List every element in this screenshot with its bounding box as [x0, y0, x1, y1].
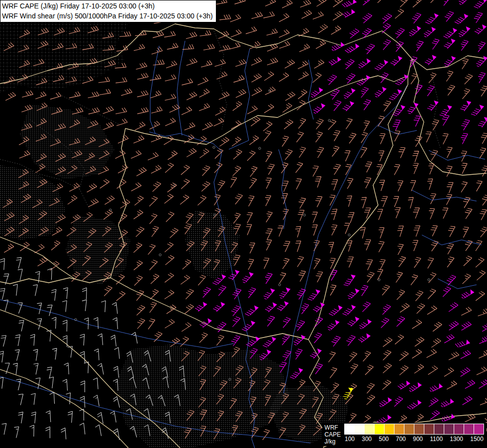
legend-labels: WRF CAPE J/kg: [324, 424, 341, 445]
legend-param-label: CAPE: [324, 431, 341, 438]
legend-swatch: [444, 424, 454, 435]
legend-swatch: [424, 424, 434, 435]
legend-unit-label: J/kg: [324, 438, 335, 445]
legend-swatch: [434, 424, 444, 435]
legend-swatch: [414, 424, 424, 435]
legend-swatch: [404, 424, 414, 435]
legend-tick-labels: 100300500700900110013001500: [344, 436, 484, 443]
legend-swatch: [464, 424, 474, 435]
legend-tick: 1100: [430, 436, 443, 443]
legend-swatches: [344, 424, 484, 435]
weather-map-stage: WRF CAPE (J/kg) Friday 17-10-2025 03:00 …: [0, 0, 487, 448]
legend-tick: 300: [362, 436, 372, 443]
legend-swatch: [454, 424, 464, 435]
legend-swatch: [364, 424, 375, 435]
legend-tick: 1500: [470, 436, 484, 443]
legend-tick: 100: [345, 436, 355, 443]
legend-tick: 1300: [450, 436, 463, 443]
legend-tick: 700: [396, 436, 406, 443]
legend-swatch: [474, 424, 484, 435]
legend-tick: 900: [413, 436, 423, 443]
legend-model-label: WRF: [324, 424, 338, 431]
title-line-cape: WRF CAPE (J/kg) Friday 17-10-2025 03:00 …: [2, 1, 213, 11]
legend-swatch: [344, 424, 355, 435]
legend-swatch: [354, 424, 365, 435]
cape-legend: WRF CAPE J/kg 10030050070090011001300150…: [322, 423, 486, 446]
legend-swatch: [384, 424, 394, 435]
legend-swatch: [394, 424, 404, 435]
title-line-shear: WRF Wind shear (m/s) 500/1000hPa Friday …: [2, 11, 213, 21]
weather-map: [0, 0, 487, 448]
map-title-overlay: WRF CAPE (J/kg) Friday 17-10-2025 03:00 …: [0, 0, 216, 22]
legend-tick: 500: [379, 436, 389, 443]
legend-swatch: [374, 424, 385, 435]
legend-scale: 100300500700900110013001500: [344, 424, 484, 445]
